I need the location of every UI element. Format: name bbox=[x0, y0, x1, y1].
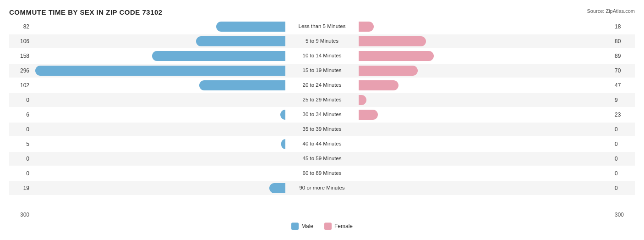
center-label: 90 or more Minutes bbox=[285, 185, 359, 191]
left-value: 0 bbox=[9, 170, 32, 177]
bar-row-inner: 10 to 14 Minutes bbox=[32, 50, 612, 62]
table-row: 158 10 to 14 Minutes 89 bbox=[9, 49, 635, 63]
center-label: Less than 5 Minutes bbox=[285, 23, 359, 30]
male-bar-container bbox=[32, 110, 285, 120]
female-bar-container bbox=[359, 183, 612, 193]
table-row: 0 60 to 89 Minutes 0 bbox=[9, 167, 635, 180]
left-value: 0 bbox=[9, 126, 32, 133]
legend-male: Male bbox=[291, 223, 313, 230]
right-value: 89 bbox=[612, 53, 635, 59]
table-row: 0 25 to 29 Minutes 9 bbox=[9, 93, 635, 107]
left-value: 158 bbox=[9, 53, 32, 59]
right-value: 18 bbox=[612, 23, 635, 30]
table-row: 296 15 to 19 Minutes 70 bbox=[9, 64, 635, 78]
bar-row-inner: 45 to 59 Minutes bbox=[32, 153, 612, 165]
male-bar bbox=[35, 66, 285, 76]
axis-right-label: 300 bbox=[612, 212, 635, 218]
bar-row-inner: 15 to 19 Minutes bbox=[32, 65, 612, 77]
female-bar bbox=[359, 51, 434, 61]
male-bar bbox=[216, 22, 285, 32]
axis-row: 300 300 bbox=[9, 210, 635, 220]
legend-male-label: Male bbox=[301, 223, 313, 229]
female-bar-container bbox=[359, 139, 612, 149]
right-value: 0 bbox=[612, 141, 635, 147]
left-value: 82 bbox=[9, 23, 32, 30]
chart-container: COMMUTE TIME BY SEX IN ZIP CODE 73102 So… bbox=[0, 0, 644, 240]
legend-female: Female bbox=[324, 223, 353, 230]
center-label: 40 to 44 Minutes bbox=[285, 141, 359, 147]
bar-row-inner: 5 to 9 Minutes bbox=[32, 35, 612, 47]
left-value: 5 bbox=[9, 141, 32, 147]
female-bar-container bbox=[359, 168, 612, 179]
bar-row-inner: 20 to 24 Minutes bbox=[32, 79, 612, 91]
left-value: 296 bbox=[9, 67, 32, 74]
male-bar bbox=[269, 183, 285, 193]
center-label: 25 to 29 Minutes bbox=[285, 97, 359, 103]
legend-female-box bbox=[324, 223, 332, 230]
female-bar bbox=[359, 110, 378, 120]
bar-row-inner: 35 to 39 Minutes bbox=[32, 123, 612, 135]
male-bar bbox=[196, 36, 285, 46]
female-bar bbox=[359, 80, 398, 90]
male-bar-container bbox=[32, 168, 285, 179]
legend-female-label: Female bbox=[334, 223, 353, 229]
male-bar-container bbox=[32, 139, 285, 149]
male-bar-container bbox=[32, 124, 285, 134]
left-value: 19 bbox=[9, 185, 32, 191]
female-bar bbox=[359, 66, 418, 76]
male-bar bbox=[199, 80, 285, 90]
male-bar-container bbox=[32, 183, 285, 193]
center-label: 30 to 34 Minutes bbox=[285, 112, 359, 118]
table-row: 82 Less than 5 Minutes 18 bbox=[9, 20, 635, 33]
male-bar bbox=[281, 139, 285, 149]
left-value: 0 bbox=[9, 97, 32, 103]
bar-row-inner: 40 to 44 Minutes bbox=[32, 138, 612, 150]
female-bar bbox=[359, 36, 426, 46]
legend: Male Female bbox=[9, 223, 635, 230]
table-row: 106 5 to 9 Minutes 80 bbox=[9, 34, 635, 48]
table-row: 6 30 to 34 Minutes 23 bbox=[9, 108, 635, 122]
female-bar bbox=[359, 22, 374, 32]
female-bar-container bbox=[359, 154, 612, 164]
left-value: 106 bbox=[9, 38, 32, 45]
male-bar-container bbox=[32, 80, 285, 90]
chart-title: COMMUTE TIME BY SEX IN ZIP CODE 73102 bbox=[9, 8, 635, 16]
right-value: 0 bbox=[612, 185, 635, 191]
male-bar-container bbox=[32, 36, 285, 46]
right-value: 47 bbox=[612, 82, 635, 89]
right-value: 0 bbox=[612, 156, 635, 162]
bar-row-inner: Less than 5 Minutes bbox=[32, 21, 612, 33]
bar-row-inner: 25 to 29 Minutes bbox=[32, 94, 612, 106]
female-bar-container bbox=[359, 66, 612, 76]
center-label: 35 to 39 Minutes bbox=[285, 126, 359, 133]
right-value: 0 bbox=[612, 170, 635, 177]
center-label: 60 to 89 Minutes bbox=[285, 170, 359, 177]
center-label: 15 to 19 Minutes bbox=[285, 67, 359, 74]
left-value: 0 bbox=[9, 156, 32, 162]
male-bar-container bbox=[32, 22, 285, 32]
axis-left-label: 300 bbox=[9, 212, 32, 218]
left-value: 6 bbox=[9, 112, 32, 118]
legend-male-box bbox=[291, 223, 299, 230]
female-bar-container bbox=[359, 36, 612, 46]
right-value: 0 bbox=[612, 126, 635, 133]
female-bar bbox=[359, 95, 366, 105]
male-bar bbox=[280, 110, 285, 120]
right-value: 23 bbox=[612, 112, 635, 118]
male-bar bbox=[152, 51, 285, 61]
source-text: Source: ZipAtlas.com bbox=[587, 8, 635, 14]
male-bar-container bbox=[32, 154, 285, 164]
bar-row-inner: 30 to 34 Minutes bbox=[32, 109, 612, 121]
male-bar-container bbox=[32, 95, 285, 105]
female-bar-container bbox=[359, 22, 612, 32]
female-bar-container bbox=[359, 51, 612, 61]
center-label: 45 to 59 Minutes bbox=[285, 156, 359, 162]
chart-area: 82 Less than 5 Minutes 18 106 5 to 9 Min… bbox=[9, 20, 635, 208]
female-bar-container bbox=[359, 110, 612, 120]
center-label: 20 to 24 Minutes bbox=[285, 82, 359, 89]
left-value: 102 bbox=[9, 82, 32, 89]
female-bar-container bbox=[359, 95, 612, 105]
right-value: 9 bbox=[612, 97, 635, 103]
bar-row-inner: 60 to 89 Minutes bbox=[32, 167, 612, 179]
right-value: 70 bbox=[612, 67, 635, 74]
